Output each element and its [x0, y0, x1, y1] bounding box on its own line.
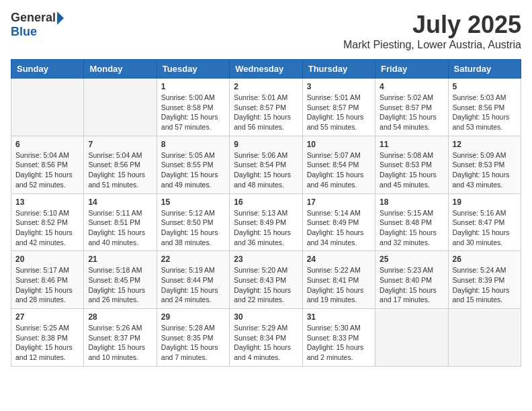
day-detail: Sunrise: 5:14 AMSunset: 8:49 PMDaylight:… [307, 208, 371, 248]
day-detail: Sunrise: 5:11 AMSunset: 8:51 PMDaylight:… [88, 208, 152, 248]
calendar-cell: 17 Sunrise: 5:14 AMSunset: 8:49 PMDaylig… [302, 193, 375, 251]
calendar-cell: 5 Sunrise: 5:03 AMSunset: 8:56 PMDayligh… [448, 79, 521, 136]
calendar-cell: 21 Sunrise: 5:18 AMSunset: 8:45 PMDaylig… [84, 251, 157, 309]
calendar-header-monday: Monday [84, 60, 157, 79]
calendar-cell [84, 79, 157, 136]
calendar-header-friday: Friday [375, 60, 448, 79]
day-detail: Sunrise: 5:01 AMSunset: 8:57 PMDaylight:… [307, 93, 371, 132]
day-number: 16 [234, 197, 298, 207]
calendar-cell: 6 Sunrise: 5:04 AMSunset: 8:56 PMDayligh… [11, 136, 84, 193]
day-number: 27 [15, 312, 79, 322]
day-detail: Sunrise: 5:20 AMSunset: 8:43 PMDaylight:… [234, 265, 298, 305]
calendar-cell: 23 Sunrise: 5:20 AMSunset: 8:43 PMDaylig… [230, 251, 302, 309]
day-number: 20 [15, 255, 79, 264]
logo-general-text: General [11, 11, 56, 25]
day-number: 3 [307, 82, 371, 91]
calendar-cell: 15 Sunrise: 5:12 AMSunset: 8:50 PMDaylig… [157, 193, 229, 251]
logo-blue-text: Blue [11, 25, 37, 39]
day-number: 18 [380, 197, 443, 207]
day-number: 5 [453, 82, 517, 91]
day-detail: Sunrise: 5:02 AMSunset: 8:57 PMDaylight:… [380, 93, 443, 132]
calendar-cell: 9 Sunrise: 5:06 AMSunset: 8:54 PMDayligh… [230, 136, 302, 193]
calendar-cell: 7 Sunrise: 5:04 AMSunset: 8:56 PMDayligh… [84, 136, 157, 193]
day-detail: Sunrise: 5:04 AMSunset: 8:56 PMDaylight:… [88, 150, 152, 190]
day-number: 15 [161, 197, 225, 207]
day-number: 10 [307, 140, 371, 149]
day-number: 22 [161, 255, 225, 264]
calendar-cell: 8 Sunrise: 5:05 AMSunset: 8:55 PMDayligh… [157, 136, 229, 193]
day-detail: Sunrise: 5:06 AMSunset: 8:54 PMDaylight:… [234, 150, 298, 190]
day-number: 23 [234, 255, 298, 264]
day-detail: Sunrise: 5:22 AMSunset: 8:41 PMDaylight:… [307, 265, 371, 305]
calendar-cell: 4 Sunrise: 5:02 AMSunset: 8:57 PMDayligh… [375, 79, 448, 136]
day-number: 6 [15, 140, 79, 149]
day-number: 1 [161, 82, 225, 91]
calendar-cell [11, 79, 84, 136]
day-detail: Sunrise: 5:19 AMSunset: 8:44 PMDaylight:… [161, 265, 225, 305]
calendar-cell: 11 Sunrise: 5:08 AMSunset: 8:53 PMDaylig… [375, 136, 448, 193]
day-number: 19 [453, 197, 517, 207]
day-detail: Sunrise: 5:26 AMSunset: 8:37 PMDaylight:… [88, 323, 152, 363]
month-year-title: July 2025 [343, 11, 521, 39]
day-detail: Sunrise: 5:00 AMSunset: 8:58 PMDaylight:… [161, 93, 225, 132]
day-number: 25 [380, 255, 443, 264]
day-detail: Sunrise: 5:17 AMSunset: 8:46 PMDaylight:… [15, 265, 79, 305]
calendar-cell [375, 309, 448, 367]
day-number: 14 [88, 197, 152, 207]
day-number: 7 [88, 140, 152, 149]
day-number: 29 [161, 312, 225, 322]
day-detail: Sunrise: 5:07 AMSunset: 8:54 PMDaylight:… [307, 150, 371, 190]
day-detail: Sunrise: 5:03 AMSunset: 8:56 PMDaylight:… [453, 93, 517, 132]
calendar-cell: 14 Sunrise: 5:11 AMSunset: 8:51 PMDaylig… [84, 193, 157, 251]
logo-triangle-icon [57, 11, 64, 25]
calendar-cell: 29 Sunrise: 5:28 AMSunset: 8:35 PMDaylig… [157, 309, 229, 367]
day-number: 26 [453, 255, 517, 264]
calendar-cell [448, 309, 521, 367]
day-detail: Sunrise: 5:23 AMSunset: 8:40 PMDaylight:… [380, 265, 443, 305]
day-detail: Sunrise: 5:30 AMSunset: 8:33 PMDaylight:… [307, 323, 371, 363]
calendar-cell: 24 Sunrise: 5:22 AMSunset: 8:41 PMDaylig… [302, 251, 375, 309]
day-number: 11 [380, 140, 443, 149]
calendar-cell: 27 Sunrise: 5:25 AMSunset: 8:38 PMDaylig… [11, 309, 84, 367]
calendar-cell: 25 Sunrise: 5:23 AMSunset: 8:40 PMDaylig… [375, 251, 448, 309]
calendar-cell: 20 Sunrise: 5:17 AMSunset: 8:46 PMDaylig… [11, 251, 84, 309]
calendar-header-saturday: Saturday [448, 60, 521, 79]
calendar-cell: 1 Sunrise: 5:00 AMSunset: 8:58 PMDayligh… [157, 79, 229, 136]
day-detail: Sunrise: 5:08 AMSunset: 8:53 PMDaylight:… [380, 150, 443, 190]
day-detail: Sunrise: 5:25 AMSunset: 8:38 PMDaylight:… [15, 323, 79, 363]
day-detail: Sunrise: 5:05 AMSunset: 8:55 PMDaylight:… [161, 150, 225, 190]
calendar-cell: 22 Sunrise: 5:19 AMSunset: 8:44 PMDaylig… [157, 251, 229, 309]
day-detail: Sunrise: 5:12 AMSunset: 8:50 PMDaylight:… [161, 208, 225, 248]
calendar-cell: 31 Sunrise: 5:30 AMSunset: 8:33 PMDaylig… [302, 309, 375, 367]
calendar-week-row: 20 Sunrise: 5:17 AMSunset: 8:46 PMDaylig… [11, 251, 521, 309]
calendar-week-row: 6 Sunrise: 5:04 AMSunset: 8:56 PMDayligh… [11, 136, 521, 193]
day-number: 8 [161, 140, 225, 149]
calendar-week-row: 13 Sunrise: 5:10 AMSunset: 8:52 PMDaylig… [11, 193, 521, 251]
day-detail: Sunrise: 5:29 AMSunset: 8:34 PMDaylight:… [234, 323, 298, 363]
calendar-header-sunday: Sunday [11, 60, 84, 79]
calendar-header-tuesday: Tuesday [157, 60, 229, 79]
calendar-cell: 12 Sunrise: 5:09 AMSunset: 8:53 PMDaylig… [448, 136, 521, 193]
day-detail: Sunrise: 5:24 AMSunset: 8:39 PMDaylight:… [453, 265, 517, 305]
day-detail: Sunrise: 5:18 AMSunset: 8:45 PMDaylight:… [88, 265, 152, 305]
day-number: 13 [15, 197, 79, 207]
day-number: 17 [307, 197, 371, 207]
calendar-week-row: 27 Sunrise: 5:25 AMSunset: 8:38 PMDaylig… [11, 309, 521, 367]
day-detail: Sunrise: 5:09 AMSunset: 8:53 PMDaylight:… [453, 150, 517, 190]
calendar-cell: 26 Sunrise: 5:24 AMSunset: 8:39 PMDaylig… [448, 251, 521, 309]
day-number: 24 [307, 255, 371, 264]
calendar-cell: 16 Sunrise: 5:13 AMSunset: 8:49 PMDaylig… [230, 193, 302, 251]
day-number: 31 [307, 312, 371, 322]
day-detail: Sunrise: 5:28 AMSunset: 8:35 PMDaylight:… [161, 323, 225, 363]
day-number: 9 [234, 140, 298, 149]
day-detail: Sunrise: 5:15 AMSunset: 8:48 PMDaylight:… [380, 208, 443, 248]
day-detail: Sunrise: 5:10 AMSunset: 8:52 PMDaylight:… [15, 208, 79, 248]
day-number: 12 [453, 140, 517, 149]
day-number: 21 [88, 255, 152, 264]
calendar-cell: 28 Sunrise: 5:26 AMSunset: 8:37 PMDaylig… [84, 309, 157, 367]
logo: General Blue [11, 11, 64, 39]
day-number: 4 [380, 82, 443, 91]
calendar-cell: 3 Sunrise: 5:01 AMSunset: 8:57 PMDayligh… [302, 79, 375, 136]
day-number: 28 [88, 312, 152, 322]
calendar-header-thursday: Thursday [302, 60, 375, 79]
